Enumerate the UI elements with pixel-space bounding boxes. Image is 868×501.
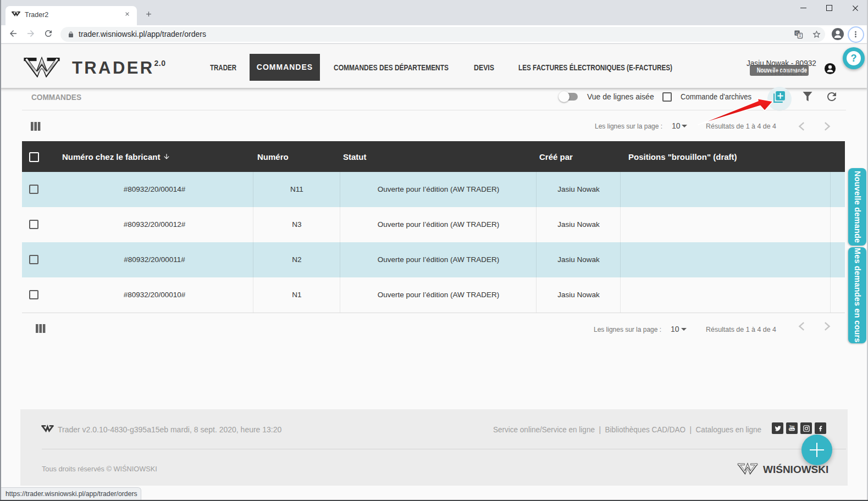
svg-text:文: 文 (798, 33, 802, 38)
svg-text:You: You (789, 425, 794, 428)
svg-text:Tube: Tube (789, 428, 795, 431)
